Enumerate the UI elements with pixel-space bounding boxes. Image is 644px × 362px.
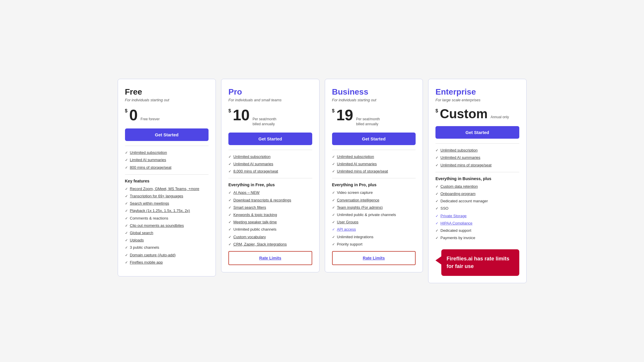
feature-link[interactable]: API access — [337, 227, 356, 232]
check-icon: ✓ — [125, 216, 128, 221]
feature-link[interactable]: Domain capture (Auto-add) — [130, 253, 176, 258]
plan-tagline-pro: For individuals and small teams — [228, 98, 312, 102]
rate-limits-pro-wrapper: Rate Limits — [228, 251, 312, 265]
feature-link[interactable]: Unlimited subscription — [440, 148, 478, 153]
feature-link[interactable]: Team insights (For admins) — [337, 205, 383, 210]
feature-link[interactable]: Keywords & topic tracking — [233, 212, 277, 217]
list-item: ✓Unlimited subscription — [435, 148, 519, 153]
check-icon: ✓ — [435, 148, 438, 153]
feature-link[interactable]: Uploads — [130, 238, 144, 243]
list-item: ✓Search within meetings — [125, 201, 209, 206]
cta-button-free[interactable]: Get Started — [125, 128, 209, 141]
feature-link[interactable]: 800 mins of storage/seat — [130, 165, 171, 170]
list-item: ✓Unlimited integrations — [332, 234, 416, 240]
list-item: ✓Keywords & topic tracking — [228, 212, 312, 217]
check-icon: ✓ — [332, 169, 335, 174]
feature-text: Unlimited public & private channels — [337, 212, 396, 217]
feature-text: Priority support — [337, 242, 362, 247]
list-item: ✓Dedicated support — [435, 228, 519, 233]
feature-link[interactable]: Onboarding program — [440, 191, 475, 196]
rate-limits-business-link[interactable]: Rate Limits — [333, 252, 415, 264]
divider-business-2 — [332, 178, 416, 178]
list-item: ✓Playback (1x 1.25x, 1.5x, 1.75x, 2x) — [125, 208, 209, 213]
check-icon: ✓ — [435, 184, 438, 189]
feature-link[interactable]: Transcription for 69+ languages — [130, 194, 183, 199]
list-item: ✓Video screen capture — [332, 190, 416, 195]
check-icon: ✓ — [435, 236, 438, 241]
list-item: ✓Unlimited AI summaries — [332, 161, 416, 167]
price-dollar-enterprise: $ — [435, 109, 438, 113]
check-icon: ✓ — [125, 238, 128, 243]
check-icon: ✓ — [228, 220, 231, 225]
check-icon: ✓ — [435, 155, 438, 160]
list-item: ✓Record Zoom, GMeet, MS Teams, +more — [125, 186, 209, 192]
feature-text: Payments by invoice — [440, 235, 475, 241]
feature-link[interactable]: Smart search filters — [233, 205, 266, 210]
list-item: ✓Onboarding program — [435, 191, 519, 196]
check-icon: ✓ — [228, 235, 231, 240]
feature-link[interactable]: User Groups — [337, 220, 359, 225]
plan-name-free: Free — [125, 87, 209, 97]
feature-link[interactable]: Limited AI summaries — [130, 157, 166, 163]
rate-limits-pro-link[interactable]: Rate Limits — [229, 252, 312, 264]
list-item: ✓Global search — [125, 230, 209, 236]
plan-card-business: Business For individuals starting out $ … — [325, 79, 423, 272]
feature-link[interactable]: Download transcripts & recordings — [233, 198, 291, 203]
list-item: ✓API access — [332, 227, 416, 232]
feature-link[interactable]: Unlimited mins of storage/seat — [337, 169, 388, 174]
feature-link[interactable]: Private Storage — [440, 213, 467, 219]
plan-card-free: Free For individuals starting out $ 0 Fr… — [118, 79, 216, 276]
check-icon: ✓ — [125, 150, 128, 155]
list-item: ✓Download transcripts & recordings — [228, 198, 312, 203]
feature-link[interactable]: Custom data retention — [440, 184, 478, 189]
section-title-enterprise: Everything in Business, plus — [435, 176, 519, 181]
feature-link[interactable]: CRM, Zapier, Slack integrations — [233, 242, 287, 247]
feature-link[interactable]: Unlimited subscription — [233, 154, 270, 159]
feature-link[interactable]: Unlimited AI summaries — [233, 161, 273, 167]
check-icon: ✓ — [435, 199, 438, 204]
cta-button-enterprise[interactable]: Get Started — [435, 126, 519, 139]
list-item: ✓Unlimited mins of storage/seat — [435, 163, 519, 168]
feature-link[interactable]: HIPAA Compliance — [440, 221, 473, 226]
feature-link[interactable]: Unlimited subscription — [337, 154, 374, 159]
callout-wrapper: Fireflies.ai has rate limits for fair us… — [435, 245, 519, 276]
list-item: ✓Comments & reactions — [125, 216, 209, 221]
feature-link[interactable]: Conversation intelligence — [337, 198, 379, 203]
feature-link[interactable]: Unlimited AI summaries — [337, 161, 377, 167]
feature-link[interactable]: Unlimited subscription — [130, 150, 167, 155]
check-icon: ✓ — [125, 187, 128, 192]
cta-button-pro[interactable]: Get Started — [228, 133, 312, 145]
feature-link[interactable]: Unlimited mins of storage/seat — [440, 163, 492, 168]
feature-link[interactable]: Playback (1x 1.25x, 1.5x, 1.75x, 2x) — [130, 208, 190, 213]
extra-features-pro: ✓AI Apps – NEW ✓Download transcripts & r… — [228, 190, 312, 247]
plan-price-pro: $ 10 Per seat/monthbilled annually — [228, 107, 312, 127]
list-item: ✓Conversation intelligence — [332, 198, 416, 203]
feature-link[interactable]: Global search — [130, 230, 153, 236]
list-item: ✓Uploads — [125, 238, 209, 243]
price-number-free: 0 — [129, 107, 138, 123]
list-item: ✓Smart search filters — [228, 205, 312, 210]
list-item: ✓Clip out moments as soundbites — [125, 223, 209, 228]
check-icon: ✓ — [332, 198, 335, 203]
check-icon: ✓ — [332, 220, 335, 225]
feature-link[interactable]: Unlimited AI summaries — [440, 155, 480, 160]
check-icon: ✓ — [228, 205, 231, 210]
core-features-business: ✓Unlimited subscription ✓Unlimited AI su… — [332, 154, 416, 174]
feature-link[interactable]: Record Zoom, GMeet, MS Teams, +more — [130, 186, 199, 192]
feature-link[interactable]: Fireflies mobile app — [130, 260, 163, 265]
check-icon: ✓ — [332, 205, 335, 210]
core-features-pro: ✓Unlimited subscription ✓Unlimited AI su… — [228, 154, 312, 174]
feature-link[interactable]: 8,000 mins of storage/seat — [233, 169, 278, 174]
pricing-container: Free For individuals starting out $ 0 Fr… — [118, 79, 527, 283]
feature-link[interactable]: Custom vocabulary — [233, 234, 266, 240]
list-item: ✓User Groups — [332, 220, 416, 225]
cta-button-business[interactable]: Get Started — [332, 133, 416, 145]
feature-link[interactable]: Search within meetings — [130, 201, 169, 206]
feature-link[interactable]: AI Apps – NEW — [233, 190, 260, 195]
list-item: ✓Unlimited subscription — [228, 154, 312, 159]
feature-link[interactable]: Meeting speaker talk-time — [233, 220, 277, 225]
list-item: ✓SSO — [435, 206, 519, 211]
plan-name-enterprise: Enterprise — [435, 87, 519, 97]
feature-link[interactable]: Clip out moments as soundbites — [130, 223, 184, 228]
check-icon: ✓ — [332, 227, 335, 232]
